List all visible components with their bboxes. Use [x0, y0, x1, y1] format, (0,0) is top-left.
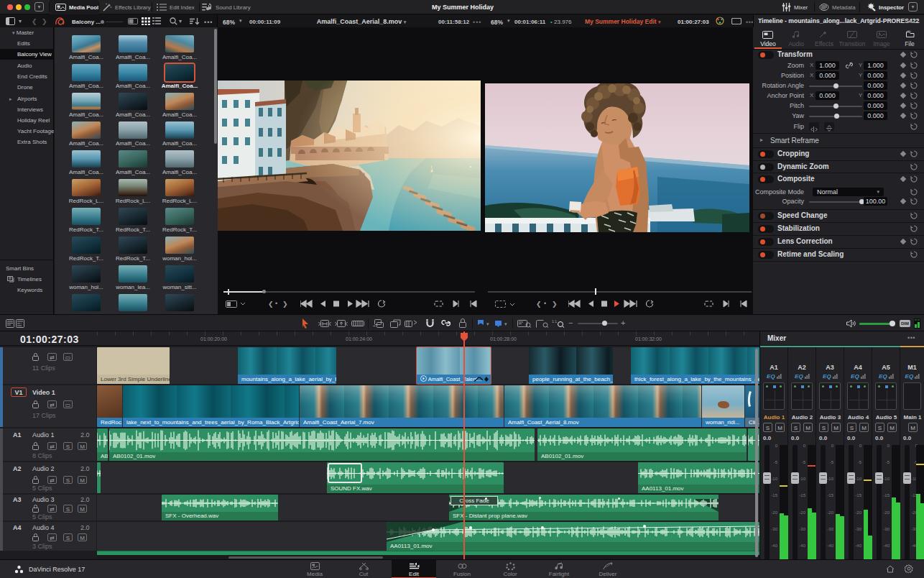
svg-text:1:1: 1:1 [552, 319, 557, 324]
